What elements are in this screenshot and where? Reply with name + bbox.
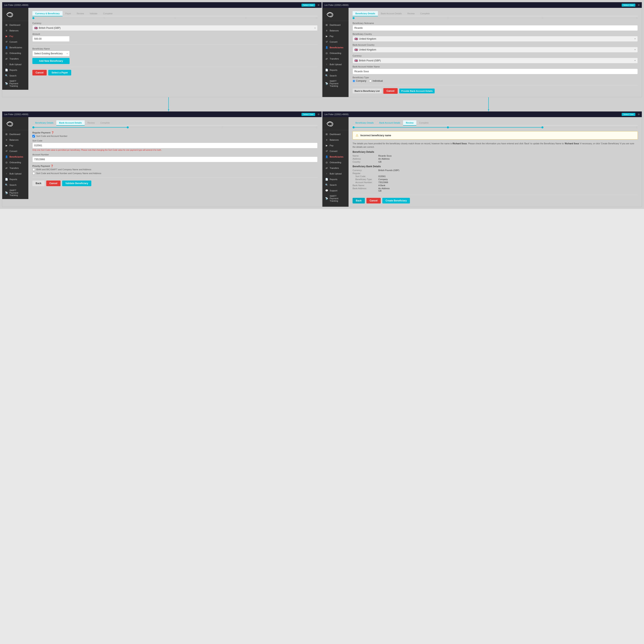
sidebar-beneficiaries-1[interactable]: 👤 Beneficiaries xyxy=(2,45,28,50)
tab4-ben-details[interactable]: Beneficiary Details xyxy=(353,120,377,126)
nickname-input[interactable] xyxy=(353,25,638,31)
priority-opt2-checkbox[interactable] xyxy=(32,172,35,175)
tab4-complete[interactable]: Complete xyxy=(416,120,431,126)
settings-icon-4[interactable]: ⚙ xyxy=(638,113,640,116)
back-btn-4[interactable]: Back xyxy=(353,198,365,203)
sidebar-convert-2[interactable]: ↺Convert xyxy=(322,39,349,45)
sidebar-onboarding-4[interactable]: ◎Onboarding xyxy=(322,160,349,165)
sidebar-reports-3[interactable]: 📄Reports xyxy=(2,176,28,182)
tab4-bank-account[interactable]: Bank Account Details xyxy=(377,120,403,126)
create-btn[interactable]: Create Beneficiary xyxy=(382,198,410,203)
sidebar-convert-3[interactable]: ↺Convert xyxy=(2,148,28,154)
tab3-complete[interactable]: Complete xyxy=(98,120,113,126)
sort-code-input[interactable] xyxy=(32,143,318,148)
back-to-list-btn[interactable]: Back to Beneficiary List xyxy=(353,89,382,93)
sidebar-search-1[interactable]: 🔍 Search xyxy=(2,73,28,78)
tab3-bank-account[interactable]: Bank Account Details xyxy=(56,120,85,126)
sidebar-balances-2[interactable]: ≡Balances xyxy=(322,28,349,33)
sidebar-bulk-1[interactable]: ↑ Bulk Upload xyxy=(2,62,28,67)
sidebar-beneficiaries-4[interactable]: 👤Beneficiaries xyxy=(322,154,349,160)
sidebar-support-4[interactable]: 💬Support xyxy=(322,188,349,193)
provide-bank-btn[interactable]: Provide Bank Account Details xyxy=(399,89,435,93)
sidebar-onboarding-3[interactable]: ◎Onboarding xyxy=(2,160,28,165)
tab2-complete[interactable]: Complete xyxy=(417,11,432,16)
sidebar-transfers-1[interactable]: ⇄ Transfers xyxy=(2,56,28,62)
select-user-btn-2[interactable]: Select User xyxy=(622,4,635,7)
add-new-beneficiary-btn[interactable]: Add New Beneficiary xyxy=(32,58,70,64)
sidebar-convert-1[interactable]: ↺ Convert xyxy=(2,39,28,45)
settings-icon-1[interactable]: ⚙ xyxy=(318,4,320,6)
sidebar-bulk-4[interactable]: ↑Bulk Upload xyxy=(322,171,349,176)
sidebar-beneficiaries-3[interactable]: 👤Beneficiaries xyxy=(2,154,28,160)
tab-payer[interactable]: Payer xyxy=(63,11,74,16)
cancel-btn-3[interactable]: Cancel xyxy=(46,180,61,186)
tab3-ben-details[interactable]: Beneficiary Details xyxy=(32,120,56,126)
tab-review[interactable]: Review xyxy=(74,11,87,16)
sidebar-pay-2[interactable]: ▶Pay xyxy=(322,33,349,39)
sidebar-reports-1[interactable]: 📄 Reports xyxy=(2,67,28,73)
select-user-btn-3[interactable]: Select User xyxy=(301,113,315,116)
sidebar-transfers-4[interactable]: ⇄Transfers xyxy=(322,165,349,171)
type-company-radio[interactable]: Company xyxy=(353,79,366,82)
tab2-ben-details[interactable]: Beneficiary Details xyxy=(353,11,378,16)
priority-help-icon[interactable]: ❓ xyxy=(50,165,53,167)
sidebar-onboarding-1[interactable]: ◎ Onboarding xyxy=(2,50,28,56)
sidebar-pay-4[interactable]: ▶Pay xyxy=(322,143,349,148)
currency-select-wrapper[interactable]: 🇬🇧 British Pound (GBP) ✕ xyxy=(32,25,318,31)
sidebar-bulk-3[interactable]: ↑Bulk Upload xyxy=(2,171,28,176)
ben-country-select[interactable]: 🇬🇧 United Kingdom ▼ xyxy=(353,36,638,42)
sidebar-swift-3[interactable]: 📡SWIFT Payment Tracking xyxy=(2,188,28,198)
back-btn-3[interactable]: Back xyxy=(32,180,45,186)
tab-complete[interactable]: Complete xyxy=(100,11,115,16)
select-user-btn-1[interactable]: Select User xyxy=(301,4,315,7)
sidebar-balances-3[interactable]: ≡Balances xyxy=(2,137,28,143)
priority-opt1-checkbox[interactable] xyxy=(32,168,35,171)
settings-icon-2[interactable]: ⚙ xyxy=(638,4,640,6)
cancel-btn-2[interactable]: Cancel xyxy=(383,88,398,94)
select-user-btn-4[interactable]: Select User xyxy=(622,113,635,116)
sidebar-swift-4[interactable]: 📡SWIFT Payment Tracking xyxy=(322,193,349,203)
sidebar-reports-2[interactable]: 📄Reports xyxy=(322,67,349,73)
tab2-bank-account[interactable]: Bank Account Details xyxy=(378,11,404,16)
settings-icon-3[interactable]: ⚙ xyxy=(318,113,320,116)
sidebar-search-3[interactable]: 🔍Search xyxy=(2,182,28,188)
sidebar-search-4[interactable]: 🔍Search xyxy=(322,182,349,188)
tab-validate[interactable]: Validate xyxy=(87,11,100,16)
sidebar-swift-2[interactable]: 📡SWIFT Payment Tracking xyxy=(322,78,349,89)
sidebar-convert-4[interactable]: ↺Convert xyxy=(322,148,349,154)
sidebar-swift-1[interactable]: 📡 SWIFT Payment Tracking xyxy=(2,78,28,89)
sidebar-pay-1[interactable]: ▶ Pay xyxy=(2,33,28,39)
cancel-btn-1[interactable]: Cancel xyxy=(32,70,47,75)
tab-currency-beneficiary[interactable]: Currency & Beneficiary xyxy=(32,11,63,16)
holder-name-input[interactable] xyxy=(353,69,638,74)
tab3-review[interactable]: Review xyxy=(85,120,98,126)
bank-country-select[interactable]: 🇬🇧 United Kingdom ▼ xyxy=(353,47,638,52)
validate-btn[interactable]: Validate Beneficiary xyxy=(62,180,91,186)
sidebar-transfers-3[interactable]: ⇄Transfers xyxy=(2,165,28,171)
sort-code-checkbox[interactable] xyxy=(32,135,35,137)
sidebar-search-2[interactable]: 🔍Search xyxy=(322,73,349,78)
cancel-btn-4[interactable]: Cancel xyxy=(366,198,381,203)
sidebar-dashboard-3[interactable]: ⊞Dashboard xyxy=(2,131,28,137)
prog-dot-1 xyxy=(32,17,34,19)
beneficiary-select[interactable]: Select Existing Beneficiary xyxy=(32,51,70,56)
sidebar-dashboard-1[interactable]: ⊞ Dashboard xyxy=(2,22,28,28)
sidebar-beneficiaries-2[interactable]: 👤Beneficiaries xyxy=(322,45,349,50)
tab2-review[interactable]: Review xyxy=(404,11,417,16)
type-individual-radio[interactable]: Individual xyxy=(369,79,383,82)
amount-input[interactable] xyxy=(32,36,70,42)
sidebar-pay-3[interactable]: ▶Pay xyxy=(2,143,28,148)
tab4-review[interactable]: Review xyxy=(403,120,416,126)
sidebar-reports-4[interactable]: 📄Reports xyxy=(322,176,349,182)
sidebar-balances-1[interactable]: ≡ Balances xyxy=(2,28,28,33)
sidebar-dashboard-2[interactable]: ⊞Dashboard xyxy=(322,22,349,28)
sidebar-balances-4[interactable]: ≡Balances xyxy=(322,137,349,143)
sidebar-bulk-2[interactable]: ↑Bulk Upload xyxy=(322,62,349,67)
screen2-currency-select[interactable]: 🇬🇧 British Pound (GBP) ▼ xyxy=(353,58,638,63)
sidebar-onboarding-2[interactable]: ◎Onboarding xyxy=(322,50,349,56)
sidebar-dashboard-4[interactable]: ⊞Dashboard xyxy=(322,131,349,137)
regular-help-icon[interactable]: ❓ xyxy=(51,131,54,134)
sidebar-transfers-2[interactable]: ⇄Transfers xyxy=(322,56,349,62)
select-payer-btn[interactable]: Select a Payer xyxy=(48,70,71,75)
account-number-input[interactable] xyxy=(32,156,318,162)
